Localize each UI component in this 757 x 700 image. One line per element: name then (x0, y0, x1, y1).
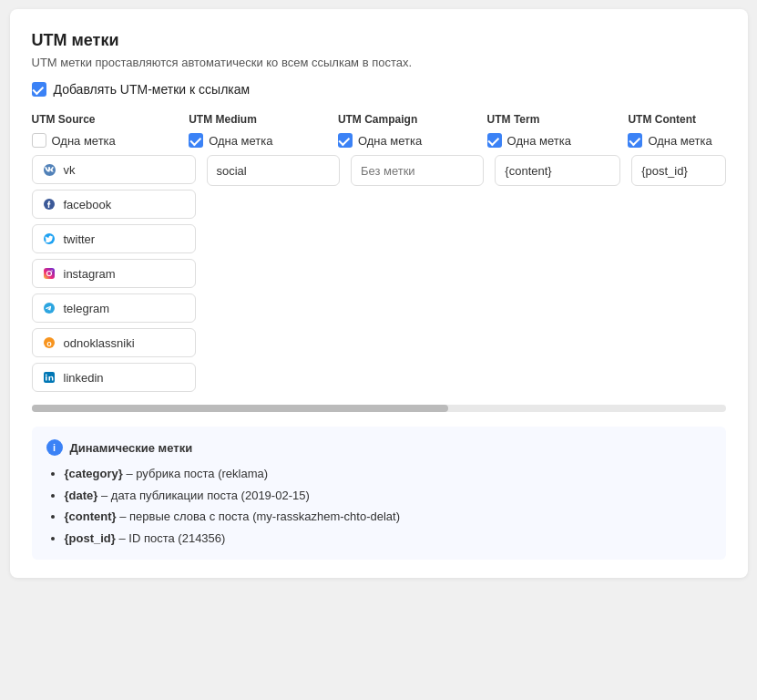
dynamic-header: i Динамические метки (46, 439, 711, 456)
network-input-ok[interactable]: o odnoklassniki (32, 328, 196, 357)
one-tag-source-label: Одна метка (52, 134, 116, 148)
dynamic-key-1: {date} (65, 489, 98, 502)
network-list: vk facebook (32, 155, 196, 392)
col-header-medium: UTM Medium (189, 113, 327, 126)
dynamic-desc-0: – рубрика поста (reklama) (126, 467, 268, 480)
linkedin-icon (42, 370, 56, 385)
network-input-facebook[interactable]: facebook (32, 190, 196, 219)
linkedin-label: linkedin (64, 371, 104, 385)
campaign-input[interactable] (351, 155, 484, 186)
facebook-icon (42, 197, 56, 211)
instagram-label: instagram (64, 267, 116, 281)
one-tag-source: Одна метка (32, 133, 179, 148)
dynamic-item-2: {content} – первые слова с поста (my-ras… (65, 508, 711, 526)
add-utm-checkbox[interactable] (32, 82, 46, 97)
one-tag-content-checkbox[interactable] (628, 133, 642, 148)
content-inputs (631, 155, 725, 392)
svg-text:o: o (46, 339, 52, 348)
col-header-term: UTM Term (487, 113, 618, 126)
twitter-icon (42, 232, 56, 246)
network-input-instagram[interactable]: instagram (32, 259, 196, 288)
one-tag-campaign-checkbox[interactable] (338, 133, 353, 148)
col-header-campaign: UTM Campaign (338, 113, 476, 126)
svg-rect-2 (44, 268, 55, 279)
network-input-linkedin[interactable]: linkedin (32, 363, 196, 392)
one-tag-row: Одна метка Одна метка Одна метка Одна ме… (32, 133, 726, 148)
term-inputs (495, 155, 620, 392)
telegram-icon (42, 301, 56, 315)
svg-point-4 (51, 270, 52, 271)
dynamic-item-1: {date} – дата публикации поста (2019-02-… (65, 487, 711, 505)
network-input-telegram[interactable]: telegram (32, 293, 196, 323)
network-input-twitter[interactable]: twitter (32, 224, 196, 253)
add-utm-label: Добавлять UTM-метки к ссылкам (54, 82, 251, 97)
telegram-label: telegram (64, 302, 110, 315)
dynamic-key-2: {content} (65, 510, 117, 523)
one-tag-content-label: Одна метка (648, 134, 711, 148)
one-tag-term-checkbox[interactable] (487, 133, 502, 148)
dynamic-item-0: {category} – рубрика поста (reklama) (65, 465, 711, 483)
instagram-icon (42, 266, 56, 281)
ok-label: odnoklassniki (64, 336, 135, 350)
subtitle: UTM метки проставляются автоматически ко… (32, 56, 726, 69)
info-icon: i (46, 439, 63, 456)
one-tag-term: Одна метка (487, 133, 618, 148)
one-tag-content: Одна метка (628, 133, 725, 148)
content-input[interactable] (631, 155, 725, 186)
vk-label: vk (64, 163, 76, 177)
twitter-label: twitter (64, 232, 96, 246)
ok-icon: o (42, 335, 56, 350)
dynamic-section: i Динамические метки {category} – рубрик… (32, 427, 726, 560)
add-utm-row: Добавлять UTM-метки к ссылкам (32, 82, 726, 97)
facebook-label: facebook (64, 198, 112, 211)
utm-card: UTM метки UTM метки проставляются автома… (10, 9, 748, 578)
scrollbar-thumb[interactable] (32, 405, 448, 412)
scrollbar-area[interactable] (32, 405, 726, 412)
one-tag-medium-label: Одна метка (209, 134, 272, 148)
medium-inputs (207, 155, 340, 392)
svg-rect-9 (46, 376, 47, 381)
dynamic-title: Динамические метки (70, 441, 193, 455)
one-tag-source-checkbox[interactable] (32, 133, 46, 148)
campaign-inputs (351, 155, 484, 392)
page-title: UTM метки (32, 31, 726, 50)
network-input-vk[interactable]: vk (32, 155, 196, 184)
dynamic-list: {category} – рубрика поста (reklama) {da… (46, 465, 711, 547)
dynamic-key-0: {category} (65, 467, 123, 480)
vk-icon (42, 162, 56, 177)
inputs-area: vk facebook (32, 155, 726, 392)
dynamic-key-3: {post_id} (65, 531, 116, 545)
one-tag-campaign-label: Одна метка (358, 134, 422, 148)
one-tag-medium: Одна метка (189, 133, 327, 148)
col-header-content: UTM Content (628, 113, 725, 126)
dynamic-desc-2: – первые слова с поста (my-rasskazhem-ch… (119, 510, 400, 523)
medium-input[interactable] (207, 155, 340, 186)
one-tag-medium-checkbox[interactable] (189, 133, 203, 148)
col-header-source: UTM Source (32, 113, 179, 126)
term-input[interactable] (495, 155, 620, 186)
one-tag-term-label: Одна метка (507, 134, 571, 148)
dynamic-desc-3: – ID поста (214356) (118, 531, 225, 545)
svg-point-10 (45, 375, 46, 376)
dynamic-item-3: {post_id} – ID поста (214356) (65, 530, 711, 548)
one-tag-campaign: Одна метка (338, 133, 476, 148)
dynamic-desc-1: – дата публикации поста (2019-02-15) (101, 489, 310, 502)
columns-header: UTM Source UTM Medium UTM Campaign UTM T… (32, 113, 726, 126)
